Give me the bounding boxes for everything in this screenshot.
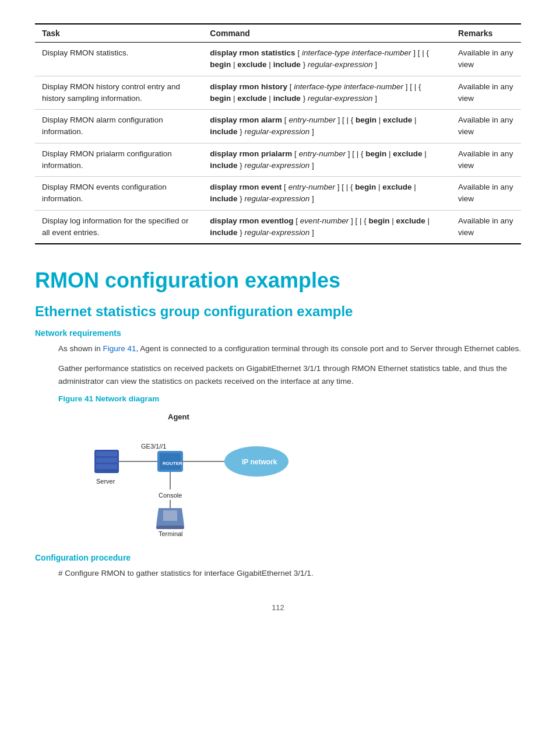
command-cell: display rmon statistics [ interface-type… [203,43,451,76]
network-req-text1: As shown in Figure 41, Agent is connecte… [58,342,521,355]
console-label: Console [159,492,182,499]
remarks-cell: Available in any view [451,210,521,244]
task-cell: Display RMON events configuration inform… [35,177,203,211]
command-cell: display rmon alarm [ entry-number ] [ | … [203,110,451,144]
terminal-label: Terminal [159,530,183,537]
task-cell: Display log information for the specifie… [35,210,203,244]
table-row: Display RMON prialarm configuration info… [35,143,521,177]
table-row: Display log information for the specifie… [35,210,521,244]
svg-rect-2 [163,510,177,521]
section-rmon-config: RMON configuration examples Ethernet sta… [35,268,521,580]
network-req-text2: Gather performance statistics on receive… [58,362,521,387]
svg-rect-3 [156,526,184,529]
figure41-link[interactable]: Figure 41 [103,344,136,353]
table-row: Display RMON history control entry and h… [35,76,521,110]
server-label: Server [96,478,115,485]
remarks-cell: Available in any view [451,177,521,211]
network-requirements-heading: Network requirements [35,328,521,338]
svg-rect-6 [96,464,117,469]
remarks-cell: Available in any view [451,143,521,177]
agent-label: Agent [168,412,190,421]
col-remarks: Remarks [451,24,521,43]
table-row: Display RMON statistics.display rmon sta… [35,43,521,76]
task-cell: Display RMON statistics. [35,43,203,76]
command-cell: display rmon event [ entry-number ] [ | … [203,177,451,211]
svg-text:ROUTER: ROUTER [163,461,182,466]
remarks-cell: Available in any view [451,110,521,144]
figure-caption: Figure 41 Network diagram [58,394,521,403]
task-cell: Display RMON history control entry and h… [35,76,203,110]
config-procedure-text: # Configure RMON to gather statistics fo… [58,567,521,580]
subsection-title: Ethernet statistics group configuration … [35,302,521,320]
col-task: Task [35,24,203,43]
svg-rect-4 [96,452,117,456]
task-cell: Display RMON alarm configuration informa… [35,110,203,144]
table-row: Display RMON alarm configuration informa… [35,110,521,144]
svg-rect-5 [96,458,117,463]
table-row: Display RMON events configuration inform… [35,177,521,211]
page-number: 112 [35,603,521,612]
command-cell: display rmon prialarm [ entry-number ] [… [203,143,451,177]
col-command: Command [203,24,451,43]
command-cell: display rmon eventlog [ event-number ] [… [203,210,451,244]
config-procedure-heading: Configuration procedure [35,553,521,562]
command-table: Task Command Remarks Display RMON statis… [35,23,521,244]
network-diagram-svg: Agent GE3/1//1 ROUTER IP network Console… [58,409,303,537]
ip-network-label: IP network [242,458,277,466]
ge-label: GE3/1//1 [141,443,166,450]
section-title: RMON configuration examples [35,268,521,293]
remarks-cell: Available in any view [451,76,521,110]
remarks-cell: Available in any view [451,43,521,76]
task-cell: Display RMON prialarm configuration info… [35,143,203,177]
command-cell: display rmon history [ interface-type in… [203,76,451,110]
network-diagram: Agent GE3/1//1 ROUTER IP network Console… [58,409,521,539]
